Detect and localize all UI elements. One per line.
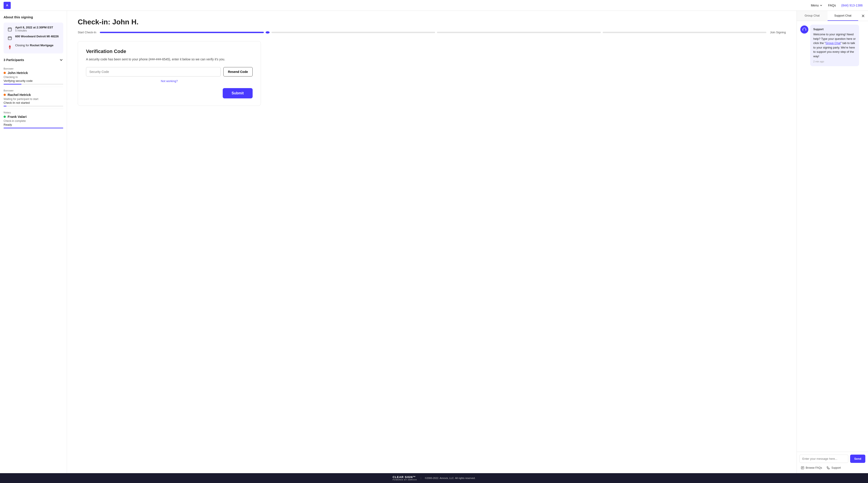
step-5 xyxy=(602,32,767,33)
message-sender: Support xyxy=(813,27,856,31)
support-message-bubble: Support Welcome to your signing! Need he… xyxy=(810,25,859,66)
verification-title: Verification Code xyxy=(86,49,253,54)
close-icon xyxy=(861,14,865,18)
steps-bar: Start Check-In Join Signing xyxy=(78,31,786,34)
sidebar: About this signing April 8, 2022 at 2:30… xyxy=(0,11,67,473)
faq-icon xyxy=(801,466,804,470)
participant-john: Borrower John Hetrick Checking In Verify… xyxy=(4,65,63,87)
headset-icon xyxy=(802,27,807,32)
progress-fill-rachel xyxy=(4,106,6,107)
status-dot-john xyxy=(4,72,6,74)
not-working-link[interactable]: Not working? xyxy=(161,79,178,83)
message-text: Welcome to your signing! Need help? Type… xyxy=(813,32,856,58)
message-time: 2 min ago xyxy=(813,60,856,63)
group-chat-link-in-message[interactable]: Group Chat xyxy=(826,41,840,45)
tab-support-chat[interactable]: Support Chat xyxy=(828,11,858,21)
chat-send-button[interactable]: Send xyxy=(850,455,865,463)
signing-date-item: April 8, 2022 at 2:30PM EST 5 minutes xyxy=(7,26,60,32)
message-row-0: Support Welcome to your signing! Need he… xyxy=(800,25,864,66)
not-working-row: Not working? xyxy=(86,79,253,83)
phone-number[interactable]: (844) 913-1386 xyxy=(841,4,863,7)
signing-address-item: 600 Woodward Detroit MI 48226 xyxy=(7,35,60,41)
tab-group-chat[interactable]: Group Chat xyxy=(797,11,828,21)
svg-rect-0 xyxy=(8,28,11,31)
svg-rect-11 xyxy=(803,29,803,30)
calendar-icon xyxy=(7,26,13,32)
progress-track-frank xyxy=(4,128,63,129)
app-logo: A xyxy=(4,2,11,9)
chat-tabs: Group Chat Support Chat xyxy=(797,11,868,21)
resend-code-button[interactable]: Resend Code xyxy=(223,67,253,77)
menu-button[interactable]: Menu xyxy=(811,4,823,7)
participant-frank: Notary Frank Valari Check-in complete Re… xyxy=(4,109,63,131)
top-nav: A Menu FAQs (844) 913-1386 xyxy=(0,0,868,11)
participants-header: 3 Participants xyxy=(4,58,63,62)
menu-label: Menu xyxy=(811,4,819,7)
chat-input-row: Send xyxy=(799,455,865,463)
step-end-label: Join Signing xyxy=(770,31,786,34)
svg-rect-4 xyxy=(8,37,11,39)
participant-rachel: Borrower Rachel Hetrick Waiting for part… xyxy=(4,87,63,109)
code-input-row: Resend Code xyxy=(86,67,253,77)
lender-item: Closing for Rocket Mortgage xyxy=(7,44,60,50)
progress-fill-frank xyxy=(4,128,63,129)
step-2 xyxy=(266,31,270,33)
progress-track-rachel xyxy=(4,106,63,107)
step-1 xyxy=(100,32,264,33)
footer-brand: CLEAR SIGN™ POWERED BY AMROCK xyxy=(393,475,417,481)
main-content: Check-in: John H. Start Check-In Join Si… xyxy=(67,11,797,473)
submit-row: Submit xyxy=(86,88,253,98)
page-title: Check-in: John H. xyxy=(78,18,786,26)
status-dot-frank xyxy=(4,116,6,118)
support-avatar xyxy=(800,26,808,33)
status-dot-rachel xyxy=(4,94,6,96)
phone-icon xyxy=(827,466,830,470)
browse-faqs-button[interactable]: Browse FAQs xyxy=(799,465,823,471)
chat-input-area: Send Browse FAQs Support xyxy=(797,452,868,473)
progress-fill-john xyxy=(4,84,22,85)
chat-actions: Browse FAQs Support xyxy=(799,465,865,471)
submit-button[interactable]: Submit xyxy=(223,88,253,98)
step-start-label: Start Check-In xyxy=(78,31,96,34)
about-title: About this signing xyxy=(4,15,63,19)
rocket-icon xyxy=(7,44,13,50)
svg-point-8 xyxy=(9,47,10,47)
main-layout: About this signing April 8, 2022 at 2:30… xyxy=(0,11,868,473)
step-4 xyxy=(437,32,601,33)
chevron-down-icon xyxy=(819,4,823,7)
brand-name: CLEAR SIGN™ POWERED BY AMROCK xyxy=(393,475,417,481)
verification-description: A security code has been sent to your ph… xyxy=(86,57,253,62)
chat-message-input[interactable] xyxy=(799,455,848,463)
svg-rect-12 xyxy=(805,29,806,30)
footer-copyright: ©2000-2022. Amrock, LLC. All rights rese… xyxy=(425,477,475,479)
security-code-input[interactable] xyxy=(86,67,221,77)
progress-track-john xyxy=(4,84,63,85)
chat-panel: Group Chat Support Chat xyxy=(797,11,868,473)
chat-close-button[interactable] xyxy=(858,11,868,21)
faqs-link[interactable]: FAQs xyxy=(828,4,836,7)
nav-right: Menu FAQs (844) 913-1386 xyxy=(811,4,863,7)
location-icon xyxy=(7,35,13,41)
verification-card: Verification Code A security code has be… xyxy=(78,41,261,106)
support-button[interactable]: Support xyxy=(825,465,842,471)
participants-list: Borrower John Hetrick Checking In Verify… xyxy=(4,65,63,131)
footer: CLEAR SIGN™ POWERED BY AMROCK | ©2000-20… xyxy=(0,473,868,483)
chat-messages: Support Welcome to your signing! Need he… xyxy=(797,21,868,452)
participants-chevron-icon[interactable] xyxy=(59,58,63,62)
signing-info-card: April 8, 2022 at 2:30PM EST 5 minutes 60… xyxy=(4,23,63,53)
step-3 xyxy=(271,32,435,33)
